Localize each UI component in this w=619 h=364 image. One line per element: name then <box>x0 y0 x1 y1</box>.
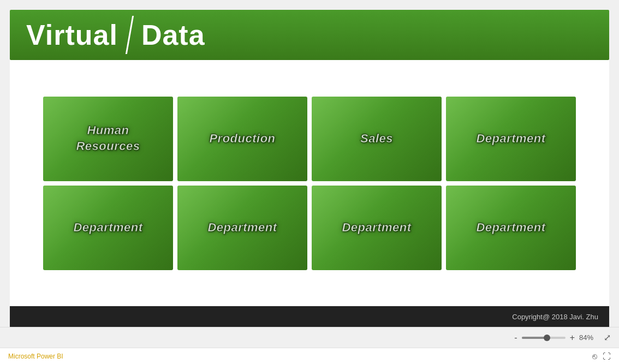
dept-tile-label-production: Production <box>209 131 275 147</box>
dept-tile-department-1[interactable]: Department <box>446 97 576 181</box>
dept-tile-human-resources[interactable]: Human Resources <box>43 97 173 181</box>
dept-tile-department-2[interactable]: Department <box>43 186 173 270</box>
dept-tile-label-department-3: Department <box>207 220 277 236</box>
zoom-out-button[interactable]: - <box>513 333 519 343</box>
dept-tile-label-department-1: Department <box>476 131 545 147</box>
dept-tile-department-5[interactable]: Department <box>446 186 576 270</box>
dept-tile-label-human-resources: Human Resources <box>76 123 140 154</box>
main-content: Human ResourcesProductionSalesDepartment… <box>10 60 609 306</box>
powerbi-link[interactable]: Microsoft Power BI <box>8 353 63 360</box>
dept-tile-production[interactable]: Production <box>177 97 307 181</box>
fit-page-icon[interactable]: ⤢ <box>604 332 611 343</box>
header-virtual: Virtual <box>26 19 118 51</box>
footer-copyright: Copyright@ 2018 Javi. Zhu <box>512 313 598 321</box>
dept-tile-label-department-2: Department <box>73 220 142 236</box>
bottom-icons: ⎋ ⛶ <box>592 351 611 361</box>
footer-bar: Copyright@ 2018 Javi. Zhu <box>10 306 609 327</box>
department-grid: Human ResourcesProductionSalesDepartment… <box>43 97 576 270</box>
zoom-controls: - + 84% <box>513 333 598 343</box>
dept-tile-department-4[interactable]: Department <box>312 186 442 270</box>
zoom-slider-thumb <box>544 335 550 341</box>
status-bar: - + 84% ⤢ <box>0 327 619 348</box>
fullscreen-icon[interactable]: ⛶ <box>603 351 611 361</box>
header-divider <box>126 16 134 54</box>
dept-tile-label-department-5: Department <box>476 220 545 236</box>
zoom-slider[interactable] <box>522 337 566 339</box>
header-banner: Virtual Data <box>10 10 609 60</box>
dept-tile-label-sales: Sales <box>360 131 393 147</box>
bottom-bar: Microsoft Power BI ⎋ ⛶ <box>0 348 619 364</box>
dept-tile-label-department-4: Department <box>342 220 411 236</box>
header-data: Data <box>141 19 205 51</box>
dept-tile-sales[interactable]: Sales <box>312 97 442 181</box>
zoom-in-button[interactable]: + <box>568 333 576 343</box>
zoom-percent: 84% <box>579 333 598 342</box>
dept-tile-department-3[interactable]: Department <box>177 186 307 270</box>
share-icon[interactable]: ⎋ <box>592 351 597 361</box>
